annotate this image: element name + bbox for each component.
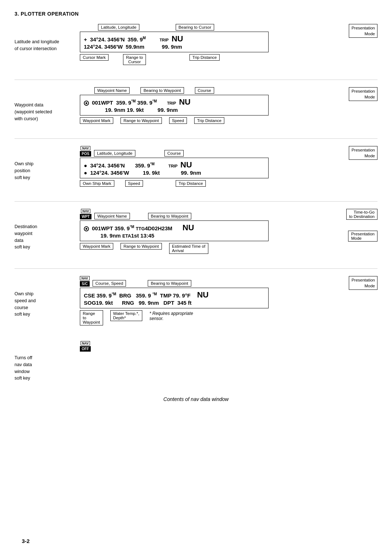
section-cursor: Latitude and longitudeof cursor intersec…: [15, 24, 377, 65]
label-range-to-cursor: Range toCursor: [123, 54, 146, 65]
label-lat-lon-3: Latitude, Longitude: [94, 150, 135, 157]
section-ownship-sc-label: Own shipspeed andcoursesoft key: [15, 276, 80, 325]
label-bearing-waypoint-1: Bearing to Waypoint: [140, 87, 184, 94]
label-eta: Estimated Time ofArrival: [169, 243, 208, 254]
label-range-to-waypoint-5: RangetoWaypoint: [80, 310, 103, 325]
label-course-speed-5: Course, Speed: [93, 280, 126, 287]
nav-display-dest: 001WPT 359. 9°M TTG4D02H23M NU 19. 9nm E…: [80, 220, 269, 241]
label-speed-1: Speed: [169, 117, 187, 124]
label-time-to-go: Time-to-Goto Destination: [346, 209, 377, 220]
label-waypoint-mark-4: Waypoint Mark: [80, 243, 113, 250]
nav-display-waypoint: 001WPT 359. 9°M 359. 9°M TRIP NU 19. 9nm…: [80, 95, 269, 116]
pres-mode-sc: Presentation Mode: [349, 276, 377, 290]
nav-key-sc: NAV S/C: [80, 276, 90, 287]
section-ownship-sc: Own shipspeed andcoursesoft key Presenta…: [15, 276, 377, 325]
page-header: 3. PLOTTER OPERATION: [15, 11, 377, 17]
label-course-1: Course: [195, 87, 214, 94]
section-ownship-pos-content: Presentation Mode NAV POS Latitude, Long…: [80, 146, 377, 187]
section-waypoint-label: Waypoint data(waypoint selectedwith curs…: [15, 87, 80, 124]
nav-display-sc: CSE 359. 9°M BRG 359. 9 °M TMP 79. 9°F N…: [80, 288, 269, 308]
section-ownship-pos: Own shippositionsoft key Presentation Mo…: [15, 146, 377, 187]
page-caption: Contents of nav data window: [15, 396, 377, 402]
pres-mode-waypoint: Presentation Mode: [349, 87, 377, 101]
page-number: 3-2: [22, 538, 30, 544]
waypoint-dot-1: [84, 101, 89, 106]
label-trip-distance-3: Trip Distance: [176, 180, 206, 187]
label-waypoint-name-1: Waypoint Name: [94, 87, 130, 94]
label-bearing-waypoint-4: Bearing to Waypoint: [148, 213, 191, 219]
label-bearing-cursor: Bearing to Cursor: [176, 24, 214, 31]
label-own-ship-mark: Own Ship Mark: [80, 180, 114, 187]
section-dest-waypoint: Destinationwaypointdatasoft key Time-to-…: [15, 209, 377, 254]
section-ownship-sc-content: Presentation Mode NAV S/C Course, Speed …: [80, 276, 377, 325]
label-waypoint-name-4: Waypoint Name: [94, 213, 130, 219]
nav-key-pos: NAV POS: [80, 146, 91, 157]
label-waypoint-mark-1: Waypoint Mark: [80, 117, 113, 124]
label-cursor-mark: Cursor Mark: [80, 54, 109, 61]
section-ownship-pos-label: Own shippositionsoft key: [15, 146, 80, 187]
nav-key-wpt: NAV WPT: [80, 209, 91, 219]
pres-mode-cursor: Presentation Mode: [349, 24, 377, 38]
pres-mode-dest: PresentationMode: [348, 231, 377, 242]
section-dest-content: Time-to-Goto Destination NAV WPT Waypoin…: [80, 209, 377, 254]
label-requires-sensor: * Requires appropriatesensor.: [150, 310, 193, 321]
label-speed-3: Speed: [125, 180, 143, 187]
nav-display-ownship-pos: ● 34°24. 3456'N 359. 9°M TRIP NU ● 124°2…: [80, 158, 269, 178]
label-lat-lon-1: Latitude, Longitude: [98, 24, 139, 31]
section-cursor-content: Presentation Mode Latitude, Longitude Be…: [80, 24, 377, 65]
section-turns-off-label: Turns offnav datawindowsoft key: [15, 340, 80, 382]
section-turns-off: Turns offnav datawindowsoft key NAV OFF: [15, 340, 377, 382]
label-water-temp-depth: Water Temp.*,Depth*: [110, 310, 142, 321]
pres-mode-ownship-pos: Presentation Mode: [349, 146, 377, 160]
section-waypoint-content: Presentation Mode Waypoint Name Bearing …: [80, 87, 377, 124]
label-trip-distance-2: Trip Distance: [194, 117, 224, 124]
label-course-3: Course: [164, 150, 184, 157]
nav-key-off: NAV OFF: [80, 341, 91, 352]
label-range-to-waypoint-1: Range to Waypoint: [121, 117, 162, 124]
label-bearing-waypoint-5: Bearing to Waypoint: [148, 280, 191, 287]
section-waypoint: Waypoint data(waypoint selectedwith curs…: [15, 87, 377, 124]
nav-display-cursor: + 34°24. 3456'N 359. 9M TRIP NU 124°24. …: [80, 32, 269, 52]
label-range-waypoint-4: Range to Waypoint: [121, 243, 162, 250]
waypoint-dot-4: [84, 226, 89, 231]
section-turns-off-content: NAV OFF: [80, 340, 377, 382]
section-cursor-label: Latitude and longitudeof cursor intersec…: [15, 24, 80, 65]
section-dest-label: Destinationwaypointdatasoft key: [15, 209, 80, 254]
label-trip-distance-1: Trip Distance: [189, 54, 220, 61]
